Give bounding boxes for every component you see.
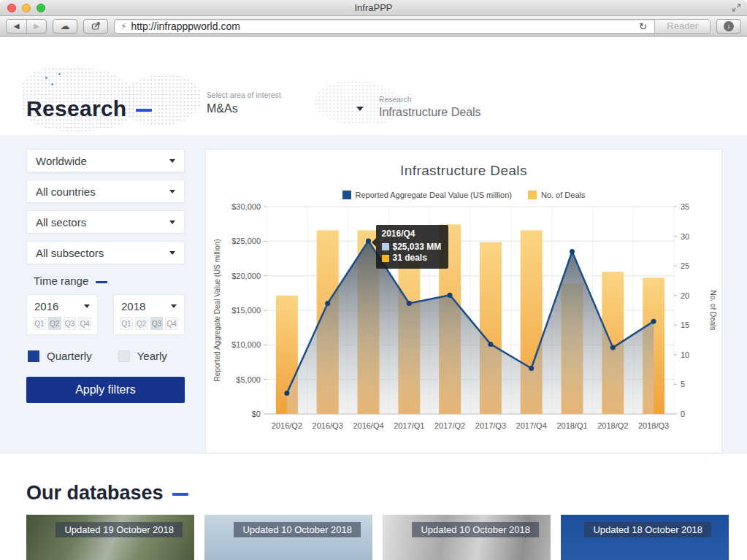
quarter-button[interactable]: Q2 [135, 317, 148, 330]
updated-badge: Updated 19 October 2018 [55, 522, 183, 537]
content-band: Worldwide All countries All sectors All … [0, 135, 747, 454]
svg-text:$10,000: $10,000 [231, 340, 261, 349]
forward-button[interactable]: ▶ [26, 20, 46, 33]
breadcrumb: Research Infrastructure Deals [379, 96, 481, 119]
reader-button[interactable]: Reader [654, 20, 710, 33]
svg-text:2016/Q3: 2016/Q3 [313, 421, 343, 430]
map-marker-dot [58, 73, 61, 75]
quarter-button[interactable]: Q2 [48, 317, 61, 330]
time-range-label: Time range [34, 275, 185, 287]
quarterly-label: Quarterly [47, 350, 92, 362]
svg-text:20: 20 [681, 291, 689, 300]
quarter-button[interactable]: Q1 [120, 317, 133, 330]
time-range-dash [96, 281, 107, 283]
quarterly-checkbox[interactable] [28, 350, 39, 362]
window-titlebar: InfraPPP [0, 0, 747, 16]
breadcrumb-section: Research [379, 96, 481, 104]
databases-section: Our databases Updated 19 October 2018 Up… [0, 454, 747, 560]
databases-dash [172, 493, 188, 496]
svg-text:No. of Deals: No. of Deals [709, 290, 717, 330]
countries-dropdown[interactable]: All countries [26, 180, 185, 203]
area-of-interest-select[interactable]: Select area of interest M&As [207, 91, 364, 115]
chevron-down-icon [169, 190, 175, 193]
quarter-button[interactable]: Q3 [150, 317, 164, 330]
svg-text:2017/Q4: 2017/Q4 [516, 421, 547, 430]
svg-text:2018/Q1: 2018/Q1 [556, 421, 587, 430]
chart-panel: Infrastructure Deals Reported Aggregate … [206, 150, 721, 453]
region-dropdown[interactable]: Worldwide [26, 149, 185, 172]
quarter-button[interactable]: Q3 [64, 317, 77, 330]
tooltip-arrow [372, 238, 376, 247]
area-of-interest-value: M&As [207, 102, 238, 115]
page-header: Research Select area of interest M&As Re… [0, 37, 747, 135]
chevron-down-icon [356, 107, 364, 111]
updated-badge: Updated 10 October 2018 [234, 522, 361, 537]
nav-buttons: ◀ ▶ [6, 19, 47, 34]
tooltip-swatch-value [382, 243, 389, 250]
svg-text:$15,000: $15,000 [231, 306, 261, 315]
legend-swatch-navy [342, 191, 351, 199]
chevron-down-icon [169, 220, 175, 224]
subsectors-dropdown[interactable]: All subsectors [26, 241, 185, 264]
svg-text:2017/Q2: 2017/Q2 [434, 421, 465, 430]
svg-text:30: 30 [681, 232, 689, 241]
share-button[interactable] [83, 19, 108, 34]
database-card-buildings[interactable]: Updated 10 October 2018 [383, 515, 551, 560]
legend-swatch-yellow [528, 191, 537, 199]
svg-text:$25,000: $25,000 [231, 237, 261, 245]
url-text: http://infrapppworld.com [131, 20, 638, 32]
yearly-checkbox[interactable] [118, 350, 130, 362]
updated-badge: Updated 18 October 2018 [584, 522, 711, 537]
svg-text:$30,000: $30,000 [231, 202, 261, 211]
database-card-highway[interactable]: Updated 19 October 2018 [26, 515, 194, 560]
yearly-option[interactable]: Yearly [118, 350, 167, 362]
chevron-down-icon [169, 251, 175, 255]
svg-text:35: 35 [681, 202, 689, 211]
svg-text:2017/Q1: 2017/Q1 [394, 421, 424, 430]
legend-item-deals[interactable]: No. of Deals [528, 191, 586, 199]
sectors-dropdown[interactable]: All sectors [26, 210, 185, 234]
database-card-skyline[interactable]: Updated 18 October 2018 [561, 515, 729, 560]
quarter-button[interactable]: Q4 [78, 317, 91, 330]
downloads-button[interactable]: ↓ [716, 19, 741, 34]
combo-chart: $0$5,000$10,000$15,000$20,000$25,000$30,… [208, 201, 719, 443]
legend-item-deal-value[interactable]: Reported Aggregate Deal Value (US millio… [342, 191, 512, 199]
fullscreen-icon[interactable] [732, 3, 741, 12]
browser-toolbar: ◀ ▶ ☁ ⚡ http://infrapppworld.com ↻ Reade… [0, 16, 747, 37]
yearly-label: Yearly [137, 350, 167, 362]
chevron-down-icon [169, 159, 175, 163]
bolt-icon: ⚡ [120, 21, 126, 31]
chevron-down-icon [171, 304, 177, 308]
quarterly-option[interactable]: Quarterly [28, 350, 92, 362]
year-from-select[interactable]: 2016 [33, 299, 91, 317]
back-button[interactable]: ◀ [7, 20, 26, 33]
share-icon [91, 20, 101, 31]
page-title: Research [26, 96, 152, 121]
title-dash [136, 109, 152, 112]
svg-text:Reported Aggregate Deal Value: Reported Aggregate Deal Value (US millio… [213, 239, 221, 382]
svg-text:10: 10 [681, 350, 689, 359]
area-of-interest-label: Select area of interest [207, 91, 364, 99]
chart-title: Infrastructure Deals [206, 163, 721, 179]
chevron-down-icon [84, 304, 90, 308]
year-to-picker: 2018 Q1 Q2 Q3 Q4 [113, 294, 185, 335]
quarter-button[interactable]: Q4 [165, 317, 178, 330]
year-to-select[interactable]: 2018 [120, 299, 178, 317]
svg-text:25: 25 [681, 261, 689, 270]
svg-text:$0: $0 [252, 410, 261, 418]
quarter-button[interactable]: Q1 [33, 317, 46, 330]
cloud-icon: ☁ [61, 20, 70, 31]
svg-text:2018/Q2: 2018/Q2 [597, 421, 628, 430]
chart-legend: Reported Aggregate Deal Value (US millio… [206, 191, 721, 199]
refresh-icon[interactable]: ↻ [639, 20, 648, 32]
map-marker-dot [51, 83, 53, 85]
tooltip-swatch-deals [382, 255, 389, 262]
icloud-button[interactable]: ☁ [53, 19, 77, 34]
svg-text:$5,000: $5,000 [236, 375, 261, 384]
apply-filters-button[interactable]: Apply filters [26, 377, 185, 403]
filters-sidebar: Worldwide All countries All sectors All … [26, 149, 185, 403]
quarter-row-from: Q1 Q2 Q3 Q4 [33, 317, 91, 330]
year-from-picker: 2016 Q1 Q2 Q3 Q4 [26, 294, 98, 335]
url-field[interactable]: ⚡ http://infrapppworld.com ↻ Reader [114, 19, 710, 34]
database-card-soft-blue[interactable]: Updated 10 October 2018 [204, 515, 372, 560]
